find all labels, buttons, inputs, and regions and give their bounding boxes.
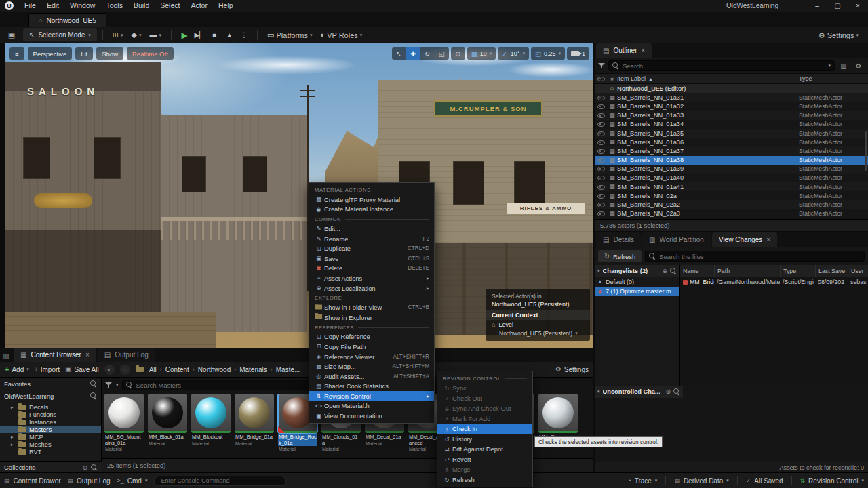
realtime-off-badge[interactable]: Realtime Off bbox=[127, 47, 174, 60]
outliner-row[interactable]: ▦SM_Barrels_NN_01a37StaticMeshActor bbox=[595, 146, 868, 155]
changelist-item[interactable]: ▲7 (1) Optimize master m... bbox=[595, 287, 679, 296]
menu-item-rename[interactable]: ✎RenameF2 bbox=[309, 234, 434, 244]
submenu-item-revert[interactable]: ↩Revert bbox=[437, 454, 532, 464]
folder-rvt[interactable]: RVT bbox=[0, 448, 101, 455]
outliner-settings-icon[interactable]: ⚙ bbox=[852, 60, 865, 72]
context-level-value-row[interactable]: Northwood_UE5 (Persistent) ▾ bbox=[486, 329, 590, 338]
content-browser-settings-button[interactable]: ⚙ Settings bbox=[555, 366, 589, 373]
menu-actor[interactable]: Actor bbox=[185, 0, 213, 12]
eye-icon[interactable] bbox=[595, 113, 607, 119]
eye-icon[interactable] bbox=[595, 175, 607, 181]
submenu-item-sync[interactable]: ↻Sync bbox=[437, 383, 532, 393]
asset-tile-mm-black-01a[interactable]: MM_Black_01aMaterial bbox=[148, 394, 187, 459]
submenu-item-check-out[interactable]: ✓Check Out bbox=[437, 393, 532, 403]
menu-build[interactable]: Build bbox=[128, 0, 155, 12]
outliner-row[interactable]: ▦SM_Barrels_NN_01a39StaticMeshActor bbox=[595, 165, 868, 174]
menu-item-asset-actions[interactable]: ≡Asset Actions▸ bbox=[309, 273, 434, 283]
tab-world-partition[interactable]: ▥ World Partition bbox=[642, 232, 711, 247]
menu-item-open-material-h[interactable]: <>Open Material.h bbox=[309, 401, 434, 411]
sources-panel-icon[interactable] bbox=[136, 367, 144, 372]
eye-icon[interactable] bbox=[595, 130, 607, 136]
save-button[interactable]: ▣ bbox=[4, 28, 19, 41]
all-saved-button[interactable]: ✓ All Saved bbox=[746, 477, 783, 485]
menu-item-shader-cook-statistics[interactable]: ▤Shader Cook Statistics... bbox=[309, 382, 434, 392]
changelists-header[interactable]: ▾ Changelists (2) ⊕ bbox=[595, 265, 680, 277]
menu-item-copy-file-path[interactable]: ⊡Copy File Path bbox=[309, 342, 434, 352]
folder-decals[interactable]: ▸Decals bbox=[0, 403, 101, 411]
viewport-lit-button[interactable]: Lit bbox=[75, 47, 93, 60]
eye-icon[interactable] bbox=[595, 202, 607, 208]
outliner-row[interactable]: ▦SM_Barrels_NN_01a40StaticMeshActor bbox=[595, 174, 868, 182]
filter-icon[interactable] bbox=[598, 62, 606, 69]
trace-button[interactable]: ◔ Trace ▾ bbox=[627, 477, 657, 485]
project-section[interactable]: OldWestLearning bbox=[0, 390, 101, 402]
menu-item-delete[interactable]: ✖DeleteDELETE bbox=[309, 264, 434, 274]
favorites-section[interactable]: Favorites bbox=[0, 378, 101, 390]
column-last-save[interactable]: Last Save bbox=[815, 265, 848, 277]
menu-item-asset-localization[interactable]: ⊕Asset Localization▸ bbox=[309, 283, 434, 293]
changelist-item[interactable]: ▲Default (0) bbox=[595, 277, 679, 287]
tab-output-log[interactable]: ▤ Output Log bbox=[98, 348, 155, 362]
files-search-input[interactable] bbox=[659, 253, 861, 260]
eye-icon[interactable] bbox=[595, 166, 607, 172]
output-log-button[interactable]: ▤ Output Log bbox=[68, 477, 111, 485]
maximize-button[interactable]: ▢ bbox=[827, 0, 848, 12]
menu-item-create-gltf-proxy-material[interactable]: ▦Create glTF Proxy Material bbox=[309, 195, 434, 205]
submenu-item-mark-for-add[interactable]: +Mark For Add bbox=[437, 413, 532, 424]
breadcrumb-northwood[interactable]: Northwood bbox=[198, 366, 231, 373]
folder-functions[interactable]: Functions bbox=[0, 411, 101, 418]
save-all-button[interactable]: ▣ Save All bbox=[65, 366, 99, 373]
menu-item-size-map[interactable]: ▦Size Map...ALT+SHIFT+M bbox=[309, 361, 434, 371]
menu-item-audit-assets[interactable]: ◎Audit Assets...ALT+SHIFT+A bbox=[309, 371, 434, 382]
uncontrolled-header[interactable]: ▾ Uncontrolled Cha... ⊕ bbox=[595, 386, 683, 398]
eye-icon[interactable] bbox=[595, 121, 607, 127]
search-icon[interactable] bbox=[91, 464, 98, 471]
back-button[interactable]: ‹ bbox=[104, 365, 115, 375]
blueprints-dropdown[interactable]: ◆▾ bbox=[127, 28, 146, 41]
submenu-item-diff-against-depot[interactable]: ⇄Diff Against Depot bbox=[437, 444, 532, 454]
content-drawer-button[interactable]: ▤ Content Drawer bbox=[4, 477, 61, 485]
folder-meshes[interactable]: ▸Meshes bbox=[0, 441, 101, 448]
selection-mode-dropdown[interactable]: ↖ Selection Mode ▾ bbox=[23, 28, 97, 41]
outliner-scrollbar[interactable] bbox=[865, 131, 867, 171]
eye-icon[interactable] bbox=[595, 184, 607, 190]
search-icon[interactable] bbox=[90, 380, 97, 387]
search-icon[interactable] bbox=[673, 388, 680, 395]
forward-button[interactable]: › bbox=[120, 365, 130, 375]
frame-skip-button[interactable]: ▶▏ bbox=[192, 28, 207, 41]
column-type[interactable]: Type bbox=[780, 265, 815, 277]
rotate-tool-button[interactable]: ↻ bbox=[420, 47, 435, 60]
search-icon[interactable] bbox=[670, 268, 677, 274]
collections-section[interactable]: Collections ⊕ bbox=[0, 461, 102, 473]
breadcrumb-materials[interactable]: Materials bbox=[239, 366, 267, 373]
breadcrumb-maste[interactable]: Maste... bbox=[276, 366, 300, 373]
play-options-button[interactable]: ⋮ bbox=[237, 28, 252, 41]
menu-item-duplicate[interactable]: ⊞DuplicateCTRL+D bbox=[309, 243, 434, 253]
submenu-item-refresh[interactable]: ↻Refresh bbox=[437, 474, 532, 485]
cmd-dropdown[interactable]: >_ Cmd ▾ bbox=[117, 477, 148, 485]
play-button[interactable]: ▶ bbox=[177, 28, 192, 41]
viewport-show-button[interactable]: Show bbox=[96, 47, 123, 60]
submenu-item-merge[interactable]: ⋔Merge bbox=[437, 464, 532, 474]
tab-content-browser[interactable]: ▦ Content Browser × bbox=[14, 348, 96, 362]
outliner-row[interactable]: ▦SM_Barrels_NN_01a35StaticMeshActor bbox=[595, 129, 868, 138]
menu-item-show-in-folder-view[interactable]: Show in Folder ViewCTRL+B bbox=[309, 302, 434, 312]
outliner-row[interactable]: ▦SM_Barrels_NN_02a2StaticMeshActor bbox=[595, 200, 868, 209]
outliner-row[interactable]: ▦SM_Barrels_NN_01a32StaticMeshActor bbox=[595, 102, 868, 110]
outliner-row[interactable]: ▦SM_Barrels_NN_01a38StaticMeshActor bbox=[595, 156, 868, 165]
visibility-column-header[interactable] bbox=[595, 76, 607, 82]
dock-icon[interactable]: ▥ bbox=[0, 350, 12, 362]
outliner-row[interactable]: ▦SM_Barrels_NN_01a33StaticMeshActor bbox=[595, 111, 868, 120]
menu-item-reference-viewer[interactable]: ◈Reference Viewer...ALT+SHIFT+R bbox=[309, 352, 434, 362]
tab-details[interactable]: ▤ Details bbox=[596, 232, 641, 247]
column-path[interactable]: Path bbox=[714, 265, 780, 277]
cinematics-dropdown[interactable]: ▬▾ bbox=[146, 28, 166, 41]
close-tab-icon[interactable]: × bbox=[766, 236, 770, 243]
import-button[interactable]: ↓ Import bbox=[35, 366, 60, 373]
scale-tool-button[interactable]: ◱ bbox=[435, 47, 449, 60]
pin-column-header[interactable]: ★ bbox=[607, 76, 617, 82]
add-button[interactable]: + Add ▾ bbox=[5, 365, 29, 373]
move-tool-button[interactable]: ✚ bbox=[406, 47, 420, 60]
eye-icon[interactable] bbox=[595, 103, 607, 109]
outliner-root-row[interactable]: ⌂Northwood_UE5 (Editor) bbox=[595, 84, 868, 93]
